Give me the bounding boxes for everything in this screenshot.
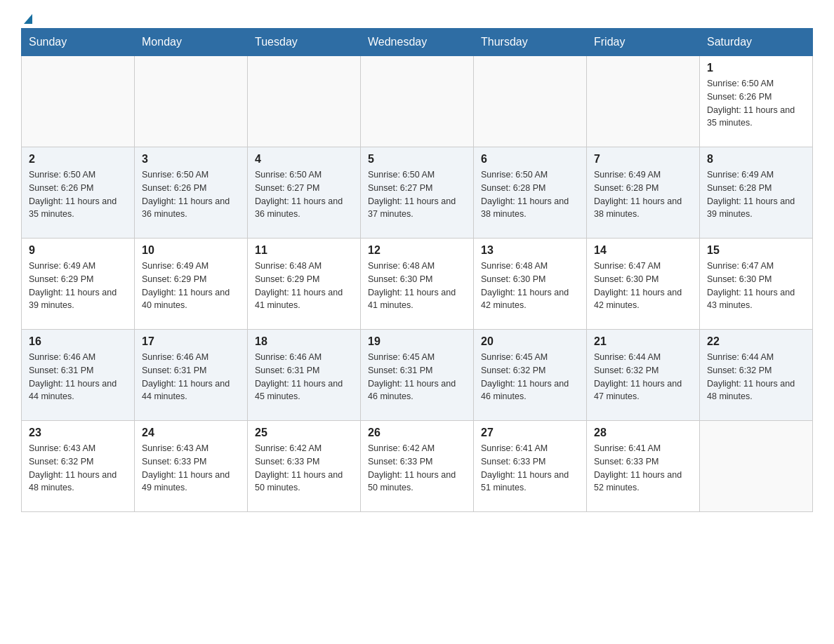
day-info: Sunrise: 6:44 AM Sunset: 6:32 PM Dayligh… — [707, 351, 805, 403]
day-info: Sunrise: 6:50 AM Sunset: 6:27 PM Dayligh… — [368, 168, 466, 221]
calendar-week-row: 9Sunrise: 6:49 AM Sunset: 6:29 PM Daylig… — [22, 239, 813, 330]
calendar-day-cell: 3Sunrise: 6:50 AM Sunset: 6:26 PM Daylig… — [135, 147, 248, 239]
calendar-day-cell: 10Sunrise: 6:49 AM Sunset: 6:29 PM Dayli… — [135, 239, 248, 330]
day-info: Sunrise: 6:43 AM Sunset: 6:33 PM Dayligh… — [142, 442, 240, 495]
day-info: Sunrise: 6:46 AM Sunset: 6:31 PM Dayligh… — [142, 351, 240, 403]
day-number: 13 — [481, 244, 579, 257]
calendar-day-cell: 28Sunrise: 6:41 AM Sunset: 6:33 PM Dayli… — [587, 421, 700, 512]
day-number: 22 — [707, 335, 805, 348]
logo-general-text — [21, 14, 32, 24]
day-info: Sunrise: 6:50 AM Sunset: 6:27 PM Dayligh… — [255, 168, 353, 221]
calendar-day-cell: 26Sunrise: 6:42 AM Sunset: 6:33 PM Dayli… — [361, 421, 474, 512]
weekday-header-tuesday: Tuesday — [248, 29, 361, 56]
calendar-week-row: 23Sunrise: 6:43 AM Sunset: 6:32 PM Dayli… — [22, 421, 813, 512]
day-info: Sunrise: 6:48 AM Sunset: 6:29 PM Dayligh… — [255, 260, 353, 312]
calendar-day-cell — [248, 56, 361, 147]
calendar-day-cell: 15Sunrise: 6:47 AM Sunset: 6:30 PM Dayli… — [700, 239, 813, 330]
calendar-day-cell: 16Sunrise: 6:46 AM Sunset: 6:31 PM Dayli… — [22, 330, 135, 421]
day-number: 9 — [29, 244, 127, 257]
day-info: Sunrise: 6:41 AM Sunset: 6:33 PM Dayligh… — [594, 442, 692, 495]
day-info: Sunrise: 6:49 AM Sunset: 6:29 PM Dayligh… — [142, 260, 240, 312]
day-info: Sunrise: 6:47 AM Sunset: 6:30 PM Dayligh… — [594, 260, 692, 312]
day-number: 25 — [255, 427, 353, 439]
day-info: Sunrise: 6:48 AM Sunset: 6:30 PM Dayligh… — [481, 260, 579, 312]
day-info: Sunrise: 6:42 AM Sunset: 6:33 PM Dayligh… — [255, 442, 353, 495]
calendar-day-cell: 25Sunrise: 6:42 AM Sunset: 6:33 PM Dayli… — [248, 421, 361, 512]
day-info: Sunrise: 6:50 AM Sunset: 6:26 PM Dayligh… — [142, 168, 240, 221]
day-number: 18 — [255, 335, 353, 348]
calendar-table: SundayMondayTuesdayWednesdayThursdayFrid… — [21, 28, 813, 512]
logo-triangle-icon — [24, 14, 32, 24]
page-header — [21, 14, 813, 21]
weekday-header-monday: Monday — [135, 29, 248, 56]
calendar-day-cell — [22, 56, 135, 147]
calendar-day-cell: 13Sunrise: 6:48 AM Sunset: 6:30 PM Dayli… — [474, 239, 587, 330]
day-number: 28 — [594, 427, 692, 439]
calendar-day-cell: 12Sunrise: 6:48 AM Sunset: 6:30 PM Dayli… — [361, 239, 474, 330]
calendar-day-cell: 5Sunrise: 6:50 AM Sunset: 6:27 PM Daylig… — [361, 147, 474, 239]
day-number: 6 — [481, 153, 579, 166]
day-number: 15 — [707, 244, 805, 257]
day-info: Sunrise: 6:50 AM Sunset: 6:26 PM Dayligh… — [29, 168, 127, 221]
calendar-day-cell: 24Sunrise: 6:43 AM Sunset: 6:33 PM Dayli… — [135, 421, 248, 512]
calendar-day-cell — [587, 56, 700, 147]
day-number: 26 — [368, 427, 466, 439]
day-info: Sunrise: 6:47 AM Sunset: 6:30 PM Dayligh… — [707, 260, 805, 312]
weekday-header-thursday: Thursday — [474, 29, 587, 56]
day-number: 3 — [142, 153, 240, 166]
calendar-day-cell: 6Sunrise: 6:50 AM Sunset: 6:28 PM Daylig… — [474, 147, 587, 239]
calendar-day-cell: 11Sunrise: 6:48 AM Sunset: 6:29 PM Dayli… — [248, 239, 361, 330]
day-info: Sunrise: 6:46 AM Sunset: 6:31 PM Dayligh… — [29, 351, 127, 403]
day-number: 10 — [142, 244, 240, 257]
weekday-header-saturday: Saturday — [700, 29, 813, 56]
calendar-day-cell: 17Sunrise: 6:46 AM Sunset: 6:31 PM Dayli… — [135, 330, 248, 421]
day-info: Sunrise: 6:48 AM Sunset: 6:30 PM Dayligh… — [368, 260, 466, 312]
calendar-day-cell: 19Sunrise: 6:45 AM Sunset: 6:31 PM Dayli… — [361, 330, 474, 421]
calendar-day-cell: 1Sunrise: 6:50 AM Sunset: 6:26 PM Daylig… — [700, 56, 813, 147]
day-info: Sunrise: 6:43 AM Sunset: 6:32 PM Dayligh… — [29, 442, 127, 495]
calendar-day-cell: 22Sunrise: 6:44 AM Sunset: 6:32 PM Dayli… — [700, 330, 813, 421]
day-number: 12 — [368, 244, 466, 257]
day-number: 21 — [594, 335, 692, 348]
weekday-header-wednesday: Wednesday — [361, 29, 474, 56]
day-info: Sunrise: 6:49 AM Sunset: 6:28 PM Dayligh… — [594, 168, 692, 221]
day-number: 17 — [142, 335, 240, 348]
weekday-header-friday: Friday — [587, 29, 700, 56]
day-info: Sunrise: 6:46 AM Sunset: 6:31 PM Dayligh… — [255, 351, 353, 403]
calendar-week-row: 2Sunrise: 6:50 AM Sunset: 6:26 PM Daylig… — [22, 147, 813, 239]
calendar-week-row: 1Sunrise: 6:50 AM Sunset: 6:26 PM Daylig… — [22, 56, 813, 147]
calendar-day-cell: 18Sunrise: 6:46 AM Sunset: 6:31 PM Dayli… — [248, 330, 361, 421]
calendar-day-cell: 9Sunrise: 6:49 AM Sunset: 6:29 PM Daylig… — [22, 239, 135, 330]
calendar-day-cell: 8Sunrise: 6:49 AM Sunset: 6:28 PM Daylig… — [700, 147, 813, 239]
calendar-day-cell: 20Sunrise: 6:45 AM Sunset: 6:32 PM Dayli… — [474, 330, 587, 421]
calendar-day-cell: 14Sunrise: 6:47 AM Sunset: 6:30 PM Dayli… — [587, 239, 700, 330]
day-number: 11 — [255, 244, 353, 257]
day-number: 5 — [368, 153, 466, 166]
day-number: 1 — [707, 62, 805, 74]
weekday-header-row: SundayMondayTuesdayWednesdayThursdayFrid… — [22, 29, 813, 56]
calendar-week-row: 16Sunrise: 6:46 AM Sunset: 6:31 PM Dayli… — [22, 330, 813, 421]
day-info: Sunrise: 6:42 AM Sunset: 6:33 PM Dayligh… — [368, 442, 466, 495]
day-info: Sunrise: 6:41 AM Sunset: 6:33 PM Dayligh… — [481, 442, 579, 495]
day-number: 19 — [368, 335, 466, 348]
day-number: 2 — [29, 153, 127, 166]
calendar-day-cell: 4Sunrise: 6:50 AM Sunset: 6:27 PM Daylig… — [248, 147, 361, 239]
day-number: 20 — [481, 335, 579, 348]
day-info: Sunrise: 6:49 AM Sunset: 6:29 PM Dayligh… — [29, 260, 127, 312]
calendar-day-cell: 27Sunrise: 6:41 AM Sunset: 6:33 PM Dayli… — [474, 421, 587, 512]
day-info: Sunrise: 6:45 AM Sunset: 6:32 PM Dayligh… — [481, 351, 579, 403]
calendar-day-cell: 23Sunrise: 6:43 AM Sunset: 6:32 PM Dayli… — [22, 421, 135, 512]
day-info: Sunrise: 6:50 AM Sunset: 6:28 PM Dayligh… — [481, 168, 579, 221]
day-info: Sunrise: 6:45 AM Sunset: 6:31 PM Dayligh… — [368, 351, 466, 403]
calendar-day-cell: 2Sunrise: 6:50 AM Sunset: 6:26 PM Daylig… — [22, 147, 135, 239]
day-number: 24 — [142, 427, 240, 439]
day-number: 23 — [29, 427, 127, 439]
day-number: 16 — [29, 335, 127, 348]
calendar-day-cell — [135, 56, 248, 147]
logo — [21, 14, 32, 21]
day-number: 4 — [255, 153, 353, 166]
weekday-header-sunday: Sunday — [22, 29, 135, 56]
day-number: 8 — [707, 153, 805, 166]
day-number: 14 — [594, 244, 692, 257]
day-number: 27 — [481, 427, 579, 439]
